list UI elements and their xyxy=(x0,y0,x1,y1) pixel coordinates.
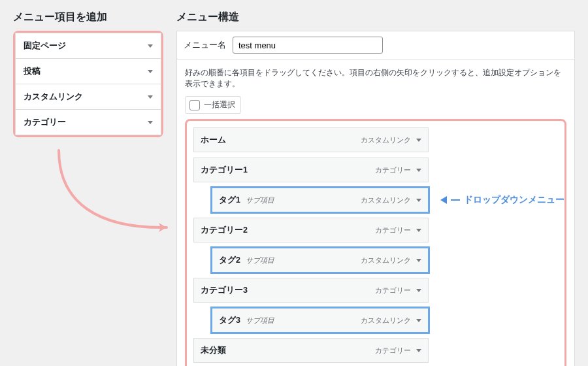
accordion-item-custom-links[interactable]: カスタムリンク xyxy=(15,84,161,109)
menu-item-title: タグ3 xyxy=(219,315,240,326)
menu-item-title: カテゴリー2 xyxy=(201,225,248,236)
menu-item-category1[interactable]: カテゴリー1 カテゴリー xyxy=(193,158,429,182)
menu-item-type: カスタムリンク xyxy=(361,195,411,205)
menu-item-type: カスタムリンク xyxy=(361,316,411,325)
menu-item-uncategorized[interactable]: 未分類 カテゴリー xyxy=(193,338,429,363)
menu-item-title: ホーム xyxy=(201,135,226,146)
menu-item-sublabel: サブ項目 xyxy=(246,195,274,205)
bulk-select-label: 一括選択 xyxy=(204,99,235,110)
menu-structure-panel: 好みの順番に各項目をドラッグしてください。項目の右側の矢印をクリックすると、追加… xyxy=(176,59,575,366)
chevron-down-icon[interactable] xyxy=(416,169,421,172)
accordion-item-label: 投稿 xyxy=(24,65,41,77)
chevron-down-icon xyxy=(148,95,153,99)
add-items-accordion: 固定ページ 投稿 カスタムリンク カテゴリー xyxy=(15,33,161,135)
accordion-highlight-outline: 固定ページ 投稿 カスタムリンク カテゴリー xyxy=(13,31,163,137)
menu-item-category2[interactable]: カテゴリー2 カテゴリー xyxy=(193,218,429,242)
accordion-item-label: カスタムリンク xyxy=(24,91,83,103)
menu-item-sublabel: サブ項目 xyxy=(246,316,274,325)
menu-item-type: カテゴリー xyxy=(375,225,411,235)
menu-item-title: タグ1 xyxy=(219,195,240,206)
menu-item-sublabel: サブ項目 xyxy=(246,256,274,265)
menu-item-tag3[interactable]: タグ3 サブ項目 カスタムリンク xyxy=(212,308,429,333)
menu-item-title: 未分類 xyxy=(201,345,226,356)
annotation-swoop-arrow xyxy=(13,144,163,222)
bulk-select-checkbox[interactable] xyxy=(189,100,200,110)
chevron-down-icon xyxy=(148,121,153,124)
dropdown-annotation-label: ドロップダウンメニュー xyxy=(464,194,564,206)
instructions-text: 好みの順番に各項目をドラッグしてください。項目の右側の矢印をクリックすると、追加… xyxy=(185,67,566,90)
menu-item-tag1[interactable]: タグ1 サブ項目 カスタムリンク xyxy=(212,188,429,212)
accordion-item-label: 固定ページ xyxy=(24,40,66,52)
chevron-down-icon[interactable] xyxy=(416,349,421,352)
chevron-down-icon[interactable] xyxy=(416,229,421,232)
chevron-down-icon[interactable] xyxy=(416,139,421,142)
menu-item-type: カテゴリー xyxy=(375,165,411,175)
menu-item-home[interactable]: ホーム カスタムリンク xyxy=(193,127,429,152)
menu-item-type: カスタムリンク xyxy=(361,256,411,265)
chevron-down-icon[interactable] xyxy=(416,199,421,202)
menu-name-row: メニュー名 xyxy=(176,31,575,59)
chevron-down-icon[interactable] xyxy=(416,259,421,262)
chevron-down-icon[interactable] xyxy=(416,289,421,292)
chevron-down-icon[interactable] xyxy=(416,319,421,322)
accordion-item-label: カテゴリー xyxy=(24,116,66,128)
menu-structure-title: メニュー構造 xyxy=(176,10,575,24)
accordion-item-posts[interactable]: 投稿 xyxy=(15,58,161,84)
menu-item-type: カテゴリー xyxy=(375,286,411,295)
menu-item-title: カテゴリー1 xyxy=(201,165,248,176)
bulk-select-top[interactable]: 一括選択 xyxy=(185,96,241,114)
menu-name-label: メニュー名 xyxy=(184,40,226,51)
menu-item-title: タグ2 xyxy=(219,255,240,266)
menu-item-type: カスタムリンク xyxy=(361,135,411,145)
accordion-item-pages[interactable]: 固定ページ xyxy=(15,33,161,58)
menu-item-tag2[interactable]: タグ2 サブ項目 カスタムリンク xyxy=(212,248,429,273)
menu-items-highlight-outline: ホーム カスタムリンク カテゴリー1 カテゴリー xyxy=(185,119,566,366)
menu-item-category3[interactable]: カテゴリー3 カテゴリー xyxy=(193,278,429,303)
chevron-down-icon xyxy=(148,70,153,73)
chevron-down-icon xyxy=(148,44,153,48)
menu-item-title: カテゴリー3 xyxy=(201,285,248,296)
arrow-stem xyxy=(451,199,460,201)
arrow-left-icon xyxy=(440,196,447,204)
menu-item-type: カテゴリー xyxy=(375,346,411,356)
add-menu-items-title: メニュー項目を追加 xyxy=(13,10,163,24)
accordion-item-categories[interactable]: カテゴリー xyxy=(15,109,161,135)
dropdown-annotation: ドロップダウンメニュー xyxy=(440,194,564,206)
menu-name-input[interactable] xyxy=(233,37,383,54)
